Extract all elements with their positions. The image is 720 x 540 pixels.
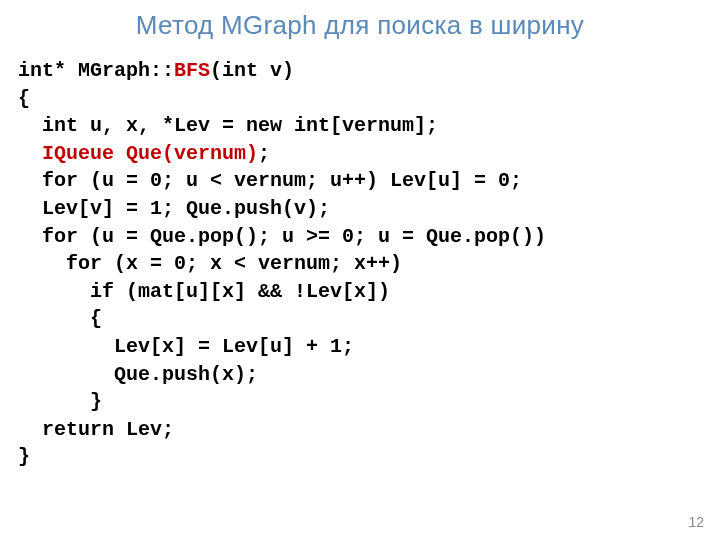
code-line-4b: IQueue Que(vernum) bbox=[42, 142, 258, 165]
code-line-1c: (int v) bbox=[210, 59, 294, 82]
slide-title: Метод MGraph для поиска в ширину bbox=[0, 0, 720, 41]
code-line-6: Lev[v] = 1; Que.push(v); bbox=[18, 197, 330, 220]
code-line-14: return Lev; bbox=[18, 418, 174, 441]
page-number: 12 bbox=[688, 514, 704, 530]
code-line-8: for (x = 0; x < vernum; x++) bbox=[18, 252, 402, 275]
code-line-4c: ; bbox=[258, 142, 270, 165]
code-line-5: for (u = 0; u < vernum; u++) Lev[u] = 0; bbox=[18, 169, 522, 192]
code-line-1a: int* MGraph:: bbox=[18, 59, 174, 82]
slide: Метод MGraph для поиска в ширину int* MG… bbox=[0, 0, 720, 540]
code-line-7: for (u = Que.pop(); u >= 0; u = Que.pop(… bbox=[18, 225, 546, 248]
code-line-11: Lev[x] = Lev[u] + 1; bbox=[18, 335, 354, 358]
code-line-10: { bbox=[18, 307, 102, 330]
code-line-13: } bbox=[18, 390, 102, 413]
code-line-12: Que.push(x); bbox=[18, 363, 258, 386]
code-line-2: { bbox=[18, 87, 30, 110]
code-block: int* MGraph::BFS(int v) { int u, x, *Lev… bbox=[0, 41, 720, 471]
code-line-15: } bbox=[18, 445, 30, 468]
code-line-3: int u, x, *Lev = new int[vernum]; bbox=[18, 114, 438, 137]
code-line-4a bbox=[18, 142, 42, 165]
code-line-9: if (mat[u][x] && !Lev[x]) bbox=[18, 280, 390, 303]
code-line-1b: BFS bbox=[174, 59, 210, 82]
